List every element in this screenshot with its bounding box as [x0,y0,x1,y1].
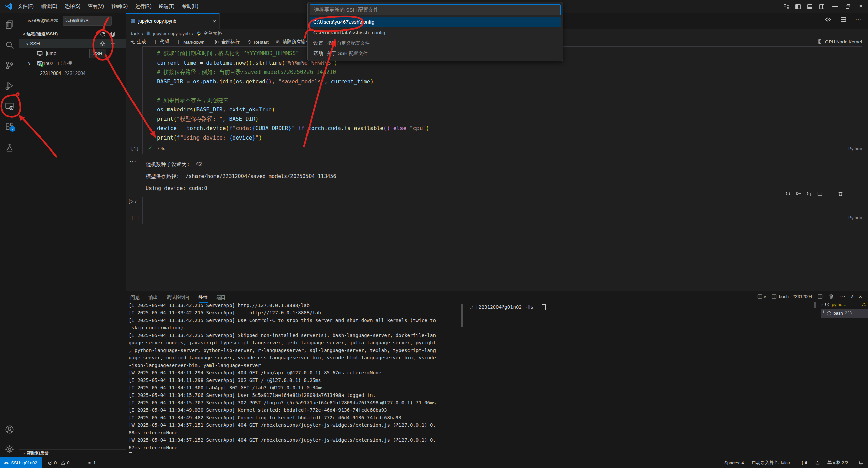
code-line [157,86,862,96]
quickpick-item-programdata-config[interactable]: C:\ProgramData\ssh\ssh_config [310,27,561,38]
close-tab-icon[interactable]: × [213,18,216,24]
close-panel-icon[interactable]: × [859,294,862,300]
cell-language[interactable]: Python [848,215,862,220]
breadcrumb-folder[interactable]: task [131,31,140,36]
search-icon[interactable] [5,40,14,50]
split-editor-icon[interactable] [840,16,847,23]
source-control-icon[interactable] [5,61,14,70]
clear-outputs-button[interactable]: 清除所有输出 [273,39,312,45]
extensions-icon[interactable]: 2 [5,122,14,131]
kernel-picker[interactable]: GPU Node Kernel [817,39,862,44]
menu-terminal[interactable]: 终端(T) [155,0,178,13]
run-cell-button[interactable]: ▷ ∨ [129,198,137,205]
breadcrumb-cell[interactable]: 空单元格 [204,30,222,36]
tree-item-g01n02[interactable]: ∨ g01n02 已连接 [19,59,126,68]
notebook-settings-gear-icon[interactable] [825,16,831,23]
cell-position-status[interactable]: 单元格 2/2 [827,457,848,468]
minimize-icon[interactable]: — [831,3,839,10]
copilot-icon[interactable] [815,457,820,468]
notifications-bell-icon[interactable] [858,457,864,468]
code-cell-2[interactable] [142,197,862,224]
remote-profile-select[interactable]: 远程(隧道/S: ∨ [63,16,112,26]
terminal-prompt[interactable]: [22312004@g01n02 ~]$ [476,304,533,310]
panel-more-icon[interactable]: ··· [839,293,846,300]
split-terminal-icon[interactable] [817,294,823,300]
restore-icon[interactable] [845,3,851,10]
run-by-line-icon[interactable] [785,191,791,197]
add-code-button[interactable]: 代码 [151,39,171,45]
open-new-window-icon[interactable] [110,31,115,37]
code-cell-1[interactable]: # 获取当前日期和时间，格式化为 "YYYYMMDD_HHMMSS"curren… [142,46,862,154]
menu-view[interactable]: 查看(V) [84,0,108,13]
menu-help[interactable]: 帮助(H) [178,0,202,13]
ssh-config-gear-icon[interactable] [99,41,106,47]
ports-status[interactable]: 1 [87,457,96,468]
tree-item-ssh[interactable]: ∨ SSH [19,39,126,48]
kill-terminal-icon[interactable] [828,294,834,300]
tree-item-jump[interactable]: jump [19,49,126,58]
run-debug-icon[interactable] [5,81,14,91]
host-status: 已连接 [58,60,72,66]
editor-more-icon[interactable]: ··· [855,17,862,23]
menu-file[interactable]: 文件(F) [14,0,37,13]
add-ssh-host-icon[interactable] [110,41,116,47]
tab-problems[interactable]: 问题 [130,294,140,303]
explorer-icon[interactable] [5,20,14,29]
terminal-title-tab[interactable]: bash - 22312004 [771,294,812,300]
cell-more-icon[interactable]: ··· [827,191,833,197]
menu-edit[interactable]: 编辑(E) [37,0,61,13]
toggle-panel-icon[interactable] [807,3,813,10]
auto-import-status[interactable]: 自动导入补全: false [752,457,790,468]
quickpick-item-settings[interactable]: 设置指定自定义配置文件 [310,38,561,48]
cell-language[interactable]: Python [848,146,862,151]
sidebar-more-icon[interactable]: ··· [110,15,116,21]
tab-output[interactable]: 输出 [148,294,158,303]
section-help-feedback[interactable]: › 帮助和反馈 [19,449,126,457]
output-more-icon[interactable]: ··· [130,158,136,164]
section-remote-tunnels-ssh[interactable]: ∨ 远程(隧道/SSH) [19,29,126,39]
refresh-icon[interactable] [100,31,106,37]
terminal-output[interactable]: [I 2025-05-04 11:33:42.215 ServerApp] ht… [129,302,463,455]
run-below-icon[interactable] [806,191,812,197]
menu-select[interactable]: 选择(S) [61,0,84,13]
quickpick-item-user-config[interactable]: C:\Users\yu467\.ssh\config [310,17,561,27]
tab-ports[interactable]: 端口 [217,294,226,303]
quickpick-input[interactable]: 选择要更新的 SSH 配置文件 [310,4,561,15]
settings-gear-icon[interactable] [5,445,14,454]
generate-button[interactable]: 生成 [128,39,148,45]
launch-profile-button[interactable]: ∨ [757,294,766,300]
terminal-scrollbar[interactable] [814,302,816,308]
tab-debug-console[interactable]: 调试控制台 [167,294,190,303]
remote-indicator[interactable]: >< SSH: g01n02 [0,457,42,468]
terminal-list-item-python[interactable]: ┌ pytho... [821,300,868,309]
testing-icon[interactable] [5,143,14,152]
terminal-list-item-bash[interactable]: └ bash 223... [821,309,868,318]
code-line: os.makedirs(BASE_DIR, exist_ok=True) [157,105,862,114]
problems-status[interactable]: 0 0 [48,457,69,468]
run-all-button[interactable]: 全部运行 [212,39,242,45]
restart-button[interactable]: Restart [244,39,271,45]
terminal-scrollbar[interactable] [461,304,463,327]
indent-status[interactable]: Spaces: 4 [724,457,744,468]
breadcrumb-file[interactable]: jupyter copy.ipynb [153,31,190,36]
toggle-secondary-sidebar-icon[interactable] [819,3,825,10]
breadcrumb[interactable]: task › jupyter copy.ipynb › 空单元格 [131,30,222,37]
menu-goto[interactable]: 转到(G) [108,0,131,13]
maximize-panel-icon[interactable]: ∧ [851,294,854,299]
run-above-icon[interactable] [796,191,802,197]
delete-cell-icon[interactable] [838,191,843,197]
remote-explorer-icon[interactable] [5,101,14,111]
toggle-sidebar-icon[interactable] [795,3,801,10]
close-window-icon[interactable]: × [856,3,865,10]
terminal-split-divider[interactable] [466,302,466,455]
tab-jupyter-copy[interactable]: jupyter copy.ipynb × [126,13,220,29]
account-icon[interactable] [5,425,14,434]
add-markdown-button[interactable]: Markdown [174,39,206,45]
tree-item-account[interactable]: 22312004 22312004 [19,68,126,78]
language-braces-icon[interactable]: { [801,457,807,468]
section-label: 远程(隧道/SSH) [27,31,58,37]
customize-layout-icon[interactable] [783,3,789,10]
menu-run[interactable]: 运行(R) [131,0,155,13]
split-cell-icon[interactable] [817,191,823,197]
quickpick-item-help[interactable]: 帮助关于 SSH 配置文件 [310,48,561,59]
